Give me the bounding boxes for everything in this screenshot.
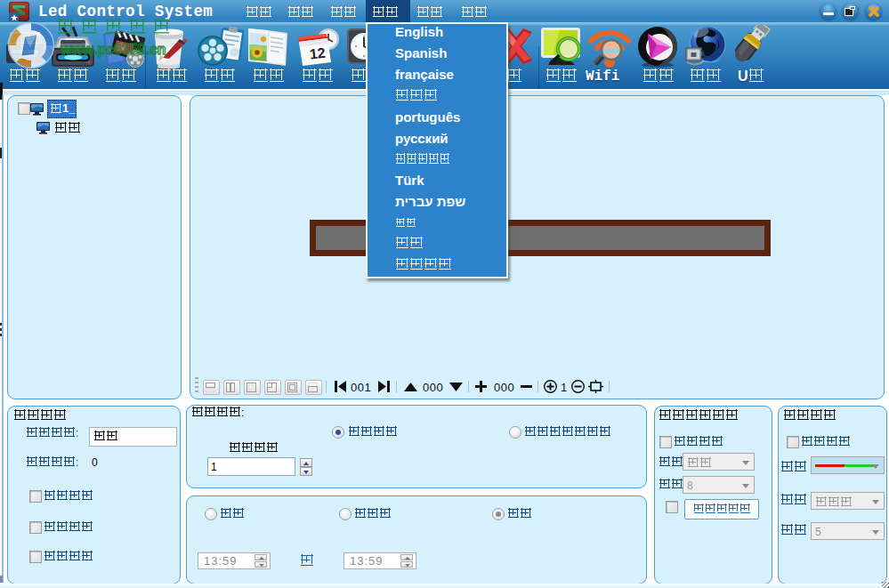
svg-text:12: 12 bbox=[309, 45, 327, 62]
